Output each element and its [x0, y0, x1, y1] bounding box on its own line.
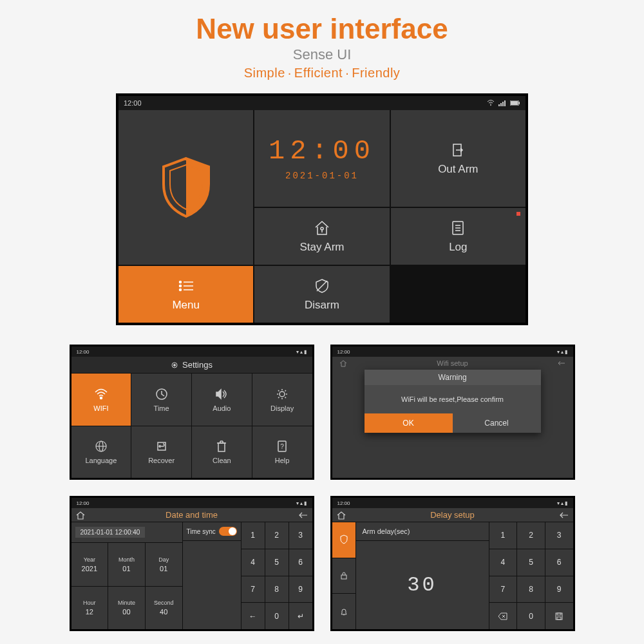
key-9[interactable]: 9 — [545, 576, 573, 603]
key-8[interactable]: 8 — [517, 576, 545, 603]
key-0[interactable]: 0 — [265, 603, 289, 629]
clean-icon — [216, 439, 227, 453]
ok-button[interactable]: OK — [365, 413, 453, 433]
audio-icon — [215, 387, 228, 401]
month-cell[interactable]: Month01 — [108, 543, 145, 586]
time-sync-toggle[interactable]: Time sync — [183, 522, 241, 540]
cancel-button[interactable]: Cancel — [453, 413, 541, 433]
key-7[interactable]: 7 — [489, 576, 517, 603]
key-4[interactable]: 4 — [242, 549, 265, 576]
settings-display[interactable]: Display — [252, 374, 312, 426]
main-screen: 12:00 12:00 2021-01-01 Out Arm — [116, 93, 528, 325]
svg-point-0 — [490, 105, 491, 106]
toggle-on-icon — [219, 527, 237, 536]
globe-icon — [95, 439, 108, 453]
key-9[interactable]: 9 — [289, 576, 312, 603]
dialog-message: WiFi will be reset,Please confirm — [365, 385, 541, 413]
year-cell[interactable]: Year2021 — [71, 543, 108, 586]
settings-time[interactable]: Time — [131, 374, 191, 426]
shield-tile[interactable] — [118, 110, 253, 265]
shield-icon — [157, 155, 215, 220]
back-icon[interactable] — [559, 511, 569, 519]
dialog-title: Warning — [365, 370, 541, 385]
settings-audio[interactable]: Audio — [192, 374, 252, 426]
key-3[interactable]: 3 — [289, 522, 312, 549]
svg-point-23 — [100, 397, 102, 399]
back-icon[interactable] — [298, 511, 308, 519]
log-button[interactable]: Log — [391, 208, 526, 265]
svg-rect-41 — [557, 617, 561, 620]
home-icon[interactable] — [75, 511, 86, 520]
key-6[interactable]: 6 — [545, 549, 573, 576]
second-cell[interactable]: Second40 — [146, 587, 182, 630]
side-bell[interactable] — [332, 594, 355, 629]
key-4[interactable]: 4 — [489, 549, 517, 576]
stay-arm-icon — [313, 219, 331, 237]
key-1[interactable]: 1 — [242, 522, 265, 549]
side-shield[interactable] — [332, 522, 355, 558]
key-save[interactable] — [545, 603, 573, 629]
log-label: Log — [449, 241, 467, 254]
help-icon: ? — [277, 439, 287, 453]
delay-title: Delay setup — [352, 510, 554, 520]
disarm-label: Disarm — [305, 299, 339, 312]
settings-recover[interactable]: Recover — [131, 426, 191, 478]
stay-arm-label: Stay Arm — [300, 241, 345, 254]
key-2[interactable]: 2 — [517, 522, 545, 549]
svg-rect-4 — [504, 100, 506, 106]
home-icon[interactable] — [336, 511, 346, 520]
key-back[interactable]: ← — [242, 603, 265, 629]
settings-screen: 12:00▾ ▴ ▮ Settings WIFI Time Audio Disp… — [70, 345, 314, 480]
out-arm-label: Out Arm — [438, 163, 478, 176]
menu-label: Menu — [172, 299, 200, 312]
signal-icon — [498, 100, 506, 106]
main-time: 12:00 — [269, 136, 375, 167]
svg-text:?: ? — [280, 443, 284, 450]
key-3[interactable]: 3 — [545, 522, 573, 549]
stay-arm-button[interactable]: Stay Arm — [254, 208, 389, 265]
key-1[interactable]: 1 — [489, 522, 517, 549]
warning-dialog: Warning WiFi will be reset,Please confir… — [365, 370, 541, 433]
svg-point-25 — [279, 392, 285, 397]
keypad: 1 2 3 4 5 6 7 8 9 ← 0 ↵ — [242, 522, 312, 629]
settings-help[interactable]: ?Help — [252, 426, 312, 478]
svg-rect-1 — [498, 104, 500, 106]
day-cell[interactable]: Day01 — [146, 543, 182, 586]
svg-rect-2 — [500, 103, 502, 106]
delay-screen: 12:00▾ ▴ ▮ Delay setup Arm delay(sec) 30… — [330, 496, 575, 631]
log-icon — [451, 219, 465, 237]
key-delete[interactable] — [489, 603, 517, 629]
datetime-title: Date and time — [91, 510, 293, 520]
warning-screen: 12:00▾ ▴ ▮ Wifi setup U mend) SoftAP Unb… — [330, 345, 575, 480]
settings-wifi[interactable]: WIFI — [71, 374, 131, 426]
status-bar: 12:00 — [118, 96, 526, 110]
minute-cell[interactable]: Minute00 — [108, 587, 145, 630]
key-enter[interactable]: ↵ — [289, 603, 312, 629]
back-icon[interactable] — [557, 360, 566, 366]
main-date: 2021-01-01 — [285, 171, 359, 181]
side-lock[interactable] — [332, 558, 355, 594]
settings-language[interactable]: Language — [71, 426, 131, 478]
settings-clean[interactable]: Clean — [192, 426, 252, 478]
home-icon[interactable] — [339, 359, 348, 367]
clock-tile: 12:00 2021-01-01 — [254, 110, 389, 207]
svg-point-14 — [179, 281, 181, 283]
svg-point-18 — [179, 289, 181, 290]
key-6[interactable]: 6 — [289, 549, 312, 576]
svg-rect-7 — [511, 101, 518, 105]
display-icon — [276, 387, 289, 401]
out-arm-icon — [450, 141, 466, 159]
disarm-button[interactable]: Disarm — [254, 266, 389, 323]
out-arm-button[interactable]: Out Arm — [391, 110, 526, 207]
svg-point-22 — [174, 364, 176, 366]
key-0[interactable]: 0 — [517, 603, 545, 629]
key-5[interactable]: 5 — [517, 549, 545, 576]
key-2[interactable]: 2 — [265, 522, 289, 549]
hour-cell[interactable]: Hour12 — [71, 587, 108, 630]
key-7[interactable]: 7 — [242, 576, 265, 603]
menu-button[interactable]: Menu — [118, 266, 253, 323]
key-5[interactable]: 5 — [265, 549, 289, 576]
recover-icon — [155, 439, 168, 453]
page-subtitle: Sense UI — [0, 46, 644, 63]
key-8[interactable]: 8 — [265, 576, 289, 603]
